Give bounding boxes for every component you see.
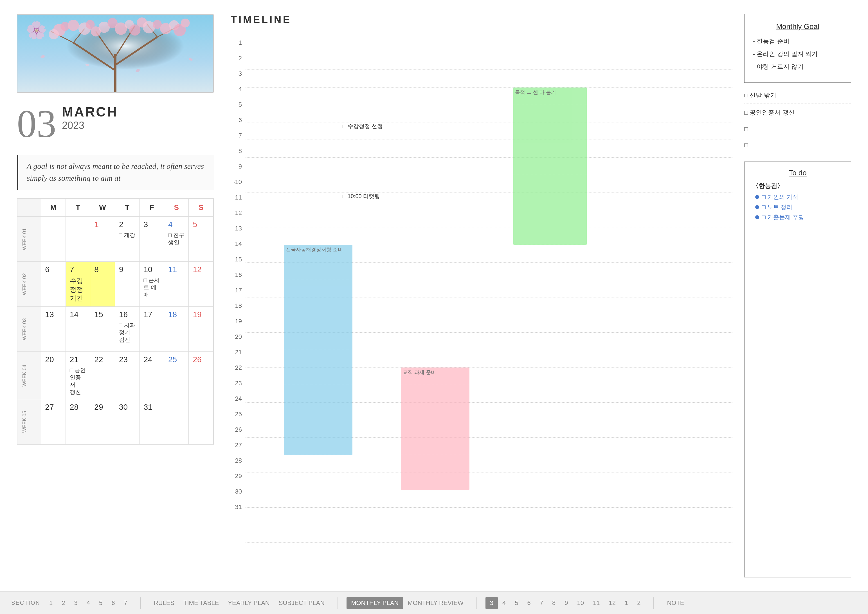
nav-separator-1 [140,597,141,609]
nav-page-7[interactable]: 7 [535,597,548,609]
week-label-04: WEEK 04 [17,352,41,399]
cal-cell: 9 [115,262,140,307]
week-label-05: WEEK 05 [17,399,41,444]
nav-rules[interactable]: RULES [149,597,179,609]
cal-cell [65,217,90,262]
todo-category: 〈한능검〉 [752,182,843,190]
cal-cell: 10□ 콘서트 예매 [140,262,164,307]
nav-time-table[interactable]: TIME TABLE [179,597,223,609]
cal-cell: 11 [164,262,189,307]
cal-cell: 7수강 정정 기간 [65,262,90,307]
goal-item-1: - 한능검 준비 [753,37,842,46]
timeline-bar-pink: 교직 과제 준비 [401,367,470,490]
nav-page-6[interactable]: 6 [522,597,535,609]
week-label-02: WEEK 02 [17,262,41,307]
week-label-01: WEEK 01 [17,217,41,262]
svg-point-12 [49,29,59,39]
nav-page-8[interactable]: 8 [548,597,560,609]
calendar-table: M T W T F S S WEEK 01 [17,198,214,444]
nav-section-6[interactable]: 6 [107,597,119,609]
quote-text: A goal is not always meant to be reached… [27,162,204,182]
cal-cell: 21□ 공인인증서갱신 [65,352,90,399]
nav-section-7[interactable]: 7 [119,597,132,609]
cal-cell: 17 [140,307,164,352]
goal-item-3: - 야링 거르지 않기 [753,62,842,71]
nav-page-9[interactable]: 9 [560,597,572,609]
nav-page-5[interactable]: 5 [510,597,522,609]
goal-item-2: - 온라인 강의 멀져 찍기 [753,49,842,59]
cal-header-w: W [90,199,115,217]
svg-point-14 [68,20,79,31]
cal-cell: 16□ 치과 정기검진 [115,307,140,352]
main-content: 03 MARCH 2023 A goal is not always meant… [0,0,868,591]
nav-page-3[interactable]: 3 [485,597,498,609]
nav-section-5[interactable]: 5 [95,597,107,609]
todo-item-2: □ 노트 정리 [755,203,843,211]
cal-cell: 24 [140,352,164,399]
checklist-section: □ 신발 밖기 □ 공인인증서 갱신 □ □ [744,91,851,153]
checklist-item-3: □ [744,126,851,137]
cal-cell: 3 [140,217,164,262]
nav-page-11[interactable]: 11 [588,597,604,609]
cal-cell: 4□ 친구 생일 [164,217,189,262]
cal-cell: 25 [164,352,189,399]
month-name: MARCH [62,104,118,120]
timeline-bar-green: 목적 ㅡ 센 다 붙기 [513,87,586,245]
nav-page-1[interactable]: 1 [620,597,632,609]
cal-cell: 27 [41,399,66,444]
month-header: 03 MARCH 2023 [17,101,214,146]
nav-section-2[interactable]: 2 [57,597,70,609]
nav-page-4[interactable]: 4 [498,597,510,609]
cal-header-f: F [140,199,164,217]
nav-note[interactable]: NOTE [662,597,688,609]
month-number: 03 [17,104,56,143]
side-notes: Monthly Goal - 한능검 준비 - 온라인 강의 멀져 찍기 - 야… [744,14,851,577]
cal-cell: 15 [90,307,115,352]
cal-header-t2: T [115,199,140,217]
cal-cell: 19 [189,307,214,352]
checklist-item-2: □ 공인인증서 갱신 [744,108,851,121]
table-row: WEEK 05 27 28 29 30 31 [17,399,214,444]
table-row: WEEK 02 6 7수강 정정 기간 8 9 10□ 콘서트 예매 11 12 [17,262,214,307]
nav-section-3[interactable]: 3 [70,597,82,609]
todo-item-3: □ 기출문제 푸딩 [755,213,843,221]
nav-page-10[interactable]: 10 [572,597,588,609]
cal-cell: 26 [189,352,214,399]
left-panel: 03 MARCH 2023 A goal is not always meant… [17,14,214,577]
checklist-item-1: □ 신발 밖기 [744,91,851,104]
section-label: SECTION [11,600,40,606]
cal-cell: 28 [65,399,90,444]
table-row: WEEK 04 20 21□ 공인인증서갱신 22 23 24 25 26 [17,352,214,399]
nav-page-12[interactable]: 12 [604,597,620,609]
todo-title: To do [752,169,843,177]
nav-yearly-plan[interactable]: YEARLY PLAN [223,597,274,609]
cal-cell: 5 [189,217,214,262]
nav-subject-plan[interactable]: SUBJECT PLAN [274,597,329,609]
svg-point-29 [181,19,190,28]
todo-item-1: □ 기인의 기적 [755,193,843,201]
cal-cell [189,399,214,444]
cal-header-m: M [41,199,66,217]
cal-cell: 30 [115,399,140,444]
cal-cell: 18 [164,307,189,352]
nav-monthly-review[interactable]: MONTHLY REVIEW [403,597,468,609]
cal-cell: 6 [41,262,66,307]
nav-separator-2 [338,597,338,609]
nav-monthly-plan[interactable]: MONTHLY PLAN [347,597,403,609]
todo-dot-2 [755,205,759,209]
week-col-header [17,199,41,217]
cal-cell: 13 [41,307,66,352]
nav-separator-3 [476,597,477,609]
monthly-goal-box: Monthly Goal - 한능검 준비 - 온라인 강의 멀져 찍기 - 야… [744,14,851,83]
timeline-grid: 1 2 3 4 5 6 7 8 9 ·10 11 12 13 14 [231,35,733,577]
nav-section-1[interactable]: 1 [45,597,57,609]
cal-cell: 2□ 개강 [115,217,140,262]
nav-section-4[interactable]: 4 [82,597,95,609]
timeline-content-area: 전국사농해경정서형 준비 목적 ㅡ 센 다 붙기 교직 과제 준비 □ 수강청정… [245,35,733,577]
month-year: 2023 [62,120,118,131]
timeline-annotation-2: □ 10:00 티캣팅 [343,193,380,200]
nav-page-2[interactable]: 2 [632,597,645,609]
week-label-03: WEEK 03 [17,307,41,352]
timeline-section: TIMELINE 1 2 3 4 5 6 7 8 9 ·10 11 [231,14,733,577]
timeline-title: TIMELINE [231,14,733,29]
